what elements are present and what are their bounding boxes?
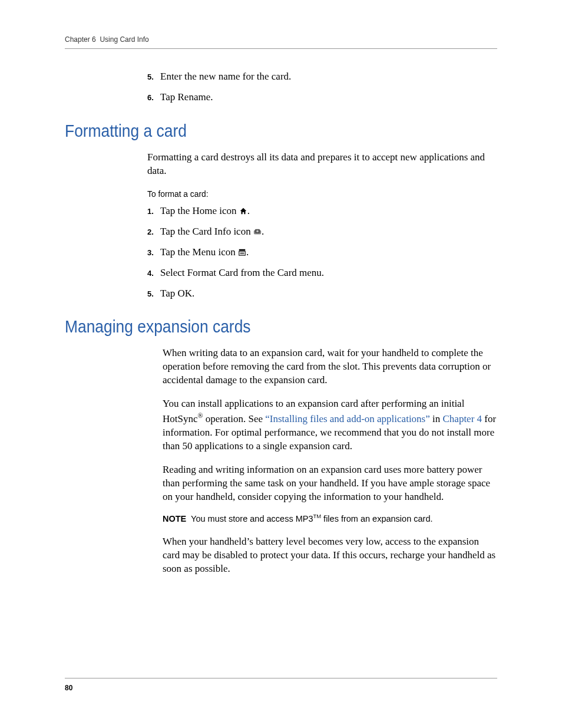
step-number: 6. [147, 93, 160, 103]
card-info-icon [253, 226, 262, 235]
svg-point-2 [256, 230, 259, 232]
list-item: 4. Select Format Card from the Card menu… [147, 266, 497, 280]
managing-p2: You can install applications to an expan… [163, 397, 497, 453]
step-text: Select Format Card from the Card menu. [160, 266, 497, 280]
step-number: 5. [147, 289, 160, 299]
step-number: 4. [147, 268, 160, 279]
link-installing-files[interactable]: “Installing files and add-on application… [265, 413, 429, 424]
step-number: 2. [147, 227, 160, 238]
list-item: 5. Enter the new name for the card. [147, 70, 497, 84]
managing-p1: When writing data to an expansion card, … [163, 347, 497, 387]
step-text: Tap the Home icon . [160, 205, 497, 218]
running-header: Chapter 6 Using Card Info [65, 35, 497, 49]
chapter-title: Using Card Info [100, 35, 148, 44]
list-item: 5. Tap OK. [147, 287, 497, 301]
list-item: 3. Tap the Menu icon . [147, 246, 497, 259]
note: NOTE You must store and access MP3TM fil… [163, 513, 497, 525]
subheading-to-format: To format a card: [147, 189, 469, 199]
list-item: 6. Tap Rename. [147, 91, 497, 104]
svg-rect-3 [239, 249, 246, 251]
formatting-intro: Formatting a card destroys all its data … [147, 151, 497, 178]
list-item: 1. Tap the Home icon . [147, 205, 497, 218]
managing-p4: When your handheld’s battery level becom… [163, 535, 497, 576]
link-chapter-4[interactable]: Chapter 4 [443, 413, 482, 424]
step-number: 3. [147, 248, 160, 258]
step-number: 1. [147, 206, 160, 217]
step-text: Enter the new name for the card. [160, 70, 497, 84]
step-text: Tap the Menu icon . [160, 246, 497, 259]
managing-p3: Reading and writing information on an ex… [163, 463, 497, 504]
step-text: Tap the Card Info icon . [160, 225, 497, 239]
format-step-list: 1. Tap the Home icon . 2. Tap the Card I… [147, 205, 497, 301]
list-item: 2. Tap the Card Info icon . [147, 225, 497, 239]
heading-managing: Managing expansion cards [65, 317, 445, 337]
step-number: 5. [147, 72, 160, 83]
chapter-label: Chapter 6 [65, 35, 96, 44]
page-number: 80 [65, 684, 72, 692]
menu-icon [238, 247, 246, 255]
home-icon [239, 206, 247, 214]
step-text: Tap Rename. [160, 91, 497, 104]
intro-step-list: 5. Enter the new name for the card. 6. T… [147, 70, 497, 104]
page-footer: 80 [65, 678, 497, 693]
note-label: NOTE [163, 514, 186, 523]
svg-rect-4 [239, 251, 246, 255]
step-text: Tap OK. [160, 287, 497, 301]
heading-formatting: Formatting a card [65, 121, 445, 141]
